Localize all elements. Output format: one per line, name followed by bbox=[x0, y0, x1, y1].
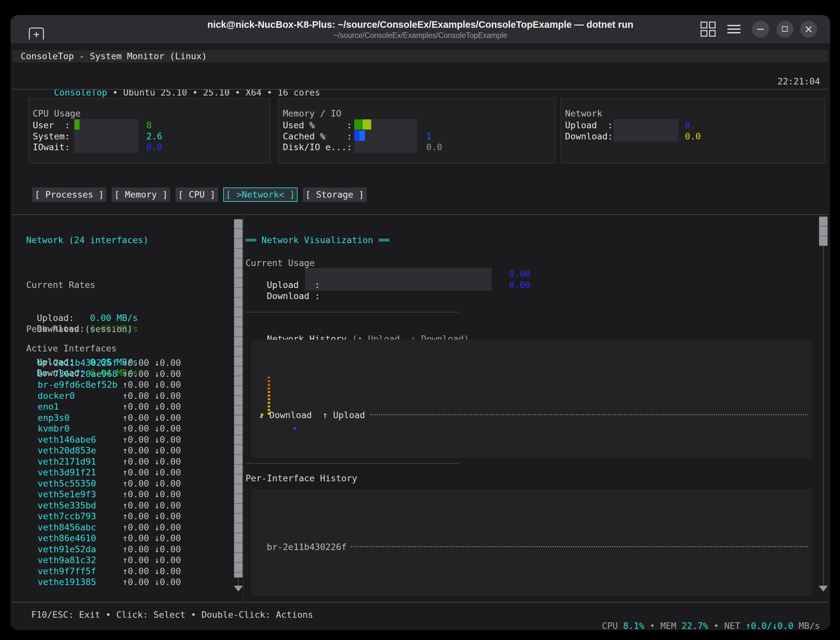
grid-cell bbox=[701, 22, 707, 29]
cpu-label: CPU bbox=[602, 621, 623, 630]
interface-row[interactable]: veth146abe6↑0.00 ↓0.00 bbox=[26, 434, 181, 445]
menu-bar bbox=[728, 29, 741, 30]
interface-row[interactable]: veth7ccb793↑0.00 ↓0.00 bbox=[26, 511, 181, 522]
panel-network-title: Network bbox=[565, 108, 602, 119]
interface-name: veth146abe6 bbox=[38, 434, 122, 445]
maximize-icon bbox=[782, 26, 788, 32]
interface-row[interactable]: enp3s0↑0.00 ↓0.00 bbox=[26, 412, 181, 423]
mem-label: MEM bbox=[660, 621, 681, 630]
panel-memory: Memory / IO Used % :Cached % :1Disk/IO e… bbox=[278, 98, 556, 163]
panel-cpu: CPU Usage User :8System:2.6IOwait:0.0 bbox=[28, 98, 270, 163]
cpu-row-value: 0.0 bbox=[146, 142, 162, 153]
interface-stats: ↑0.00 ↓0.00 bbox=[122, 368, 181, 379]
network-history-chart: ↓ Download ↑ Upload bbox=[252, 340, 812, 458]
download-value: 0.00 bbox=[509, 279, 530, 291]
titlebar: nick@nick-NucBox-K8-Plus: ~/source/Conso… bbox=[10, 15, 830, 43]
interface-name: veth5e1e9f3 bbox=[38, 489, 122, 500]
interface-name: veth91e52da bbox=[38, 544, 122, 555]
interface-row[interactable]: kvmbr0↑0.00 ↓0.00 bbox=[26, 423, 181, 434]
interface-name: veth5c55350 bbox=[38, 478, 122, 489]
network-row-value: 0.0 bbox=[685, 131, 701, 142]
interface-row[interactable]: veth9f7ff5f↑0.00 ↓0.00 bbox=[26, 566, 181, 577]
new-tab-icon[interactable] bbox=[29, 27, 44, 40]
interface-row[interactable]: eno1↑0.00 ↓0.00 bbox=[26, 401, 181, 412]
interface-row[interactable]: br-2e11b430226f↑0.00 ↓0.00 bbox=[26, 357, 181, 368]
plus-icon bbox=[36, 32, 37, 37]
interface-name: br-736c720ae968 bbox=[38, 368, 122, 379]
interface-row[interactable]: veth86e4610↑0.00 ↓0.00 bbox=[26, 533, 181, 544]
interface-row[interactable]: veth5e335bd↑0.00 ↓0.00 bbox=[26, 500, 181, 511]
interface-name: docker0 bbox=[38, 390, 122, 402]
interface-stats: ↑0.00 ↓0.00 bbox=[122, 379, 181, 390]
divider bbox=[12, 602, 828, 603]
menu-icon[interactable] bbox=[728, 25, 741, 36]
interface-row[interactable]: veth8456abc↑0.00 ↓0.00 bbox=[26, 522, 181, 533]
interface-history-label: br-2e11b430226f bbox=[267, 541, 352, 553]
grid-cell bbox=[709, 22, 716, 29]
scrollbar-thumb[interactable] bbox=[234, 219, 242, 578]
interface-row[interactable]: veth9a81c32↑0.00 ↓0.00 bbox=[26, 555, 181, 566]
cpu-row: IOwait:0.0 bbox=[33, 142, 270, 153]
scroll-down-arrow-icon[interactable] bbox=[234, 586, 243, 592]
interface-row[interactable]: br-e9fd6c8ef52b↑0.00 ↓0.00 bbox=[26, 379, 181, 390]
tab-network[interactable]: [ >Network< ] bbox=[223, 187, 298, 202]
grid-cell bbox=[709, 30, 716, 37]
interface-row[interactable]: br-736c720ae968↑0.00 ↓0.00 bbox=[26, 368, 181, 379]
minimize-button[interactable] bbox=[752, 21, 769, 38]
net-unit: MB/s bbox=[794, 621, 820, 630]
chart-baseline-label: ↓ Download ↑ Upload bbox=[259, 410, 370, 421]
interface-name: enp3s0 bbox=[38, 412, 122, 423]
close-button[interactable] bbox=[800, 21, 817, 38]
active-interfaces-title: Active Interfaces bbox=[26, 343, 117, 354]
interface-stats: ↑0.00 ↓0.00 bbox=[122, 555, 181, 566]
interface-name: br-e9fd6c8ef52b bbox=[38, 379, 122, 390]
interface-stats: ↑0.00 ↓0.00 bbox=[122, 412, 181, 423]
interface-row[interactable]: docker0↑0.00 ↓0.00 bbox=[26, 390, 181, 402]
interface-stats: ↑0.00 ↓0.00 bbox=[122, 478, 181, 489]
interface-row[interactable]: vethe191385↑0.00 ↓0.00 bbox=[26, 576, 181, 588]
scroll-down-arrow-icon[interactable] bbox=[819, 586, 828, 592]
interface-row[interactable]: veth91e52da↑0.00 ↓0.00 bbox=[26, 544, 181, 555]
maximize-button[interactable] bbox=[776, 21, 794, 38]
download-label: Download : bbox=[267, 291, 320, 301]
cpu-row-label: System: bbox=[33, 131, 70, 141]
interface-row[interactable]: veth5e1e9f3↑0.00 ↓0.00 bbox=[26, 489, 181, 500]
interface-name: br-2e11b430226f bbox=[38, 357, 122, 368]
chart-baseline-line bbox=[370, 414, 808, 415]
current-rates-title: Current Rates bbox=[26, 279, 138, 291]
interface-name: kvmbr0 bbox=[38, 423, 122, 434]
interface-name: veth2171d91 bbox=[38, 456, 122, 467]
separator: • bbox=[709, 621, 725, 630]
tab-processes[interactable]: [ Processes ] bbox=[32, 187, 106, 202]
memory-row-value: 1 bbox=[426, 131, 431, 142]
net-label: NET bbox=[724, 621, 745, 630]
tab-storage[interactable]: [ Storage ] bbox=[303, 187, 367, 202]
interface-name: veth7ccb793 bbox=[38, 511, 122, 522]
interface-name: veth9a81c32 bbox=[38, 555, 122, 566]
interface-name: eno1 bbox=[38, 401, 122, 412]
network-interfaces-heading: Network (24 interfaces) bbox=[26, 235, 149, 246]
app-title: ConsoleTop - System Monitor (Linux) bbox=[21, 51, 207, 62]
tab-cpu[interactable]: [ CPU ] bbox=[175, 187, 218, 202]
panel-memory-title: Memory / IO bbox=[283, 108, 341, 119]
memory-row-label: Cached % : bbox=[283, 131, 352, 141]
clock: 22:21:04 bbox=[777, 76, 820, 87]
scrollbar-thumb[interactable] bbox=[819, 217, 827, 246]
grid-view-icon[interactable] bbox=[701, 22, 716, 37]
interface-row[interactable]: veth3d91f21↑0.00 ↓0.00 bbox=[26, 467, 181, 478]
network-row: Upload :0. bbox=[565, 120, 825, 131]
left-panel-scrollbar[interactable] bbox=[234, 219, 242, 599]
network-row-label: Upload : bbox=[565, 120, 613, 130]
divider bbox=[245, 312, 459, 312]
interface-history-line bbox=[351, 546, 808, 547]
interface-row[interactable]: veth5c55350↑0.00 ↓0.00 bbox=[26, 478, 181, 489]
interface-stats: ↑0.00 ↓0.00 bbox=[122, 489, 181, 500]
interface-name: vethe191385 bbox=[38, 576, 122, 588]
interface-row[interactable]: veth20d853e↑0.00 ↓0.00 bbox=[26, 445, 181, 456]
tab-memory[interactable]: [ Memory ] bbox=[112, 187, 170, 202]
current-usage-title: Current Usage bbox=[245, 258, 314, 269]
right-panel-scrollbar[interactable] bbox=[819, 217, 827, 596]
interface-row[interactable]: veth2171d91↑0.00 ↓0.00 bbox=[26, 456, 181, 467]
network-row-value: 0. bbox=[685, 120, 696, 131]
interface-stats: ↑0.00 ↓0.00 bbox=[122, 357, 181, 368]
